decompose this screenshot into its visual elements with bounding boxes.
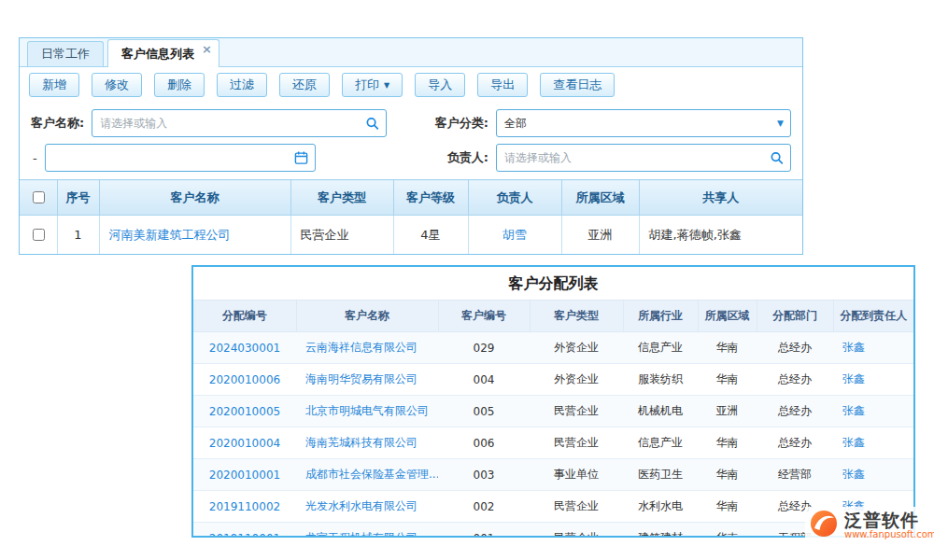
allocation-cell-link[interactable]: 成都市社会保险基金管理... [305,468,438,481]
chevron-down-icon: ▼ [384,81,389,90]
allocation-cell: 002 [438,491,530,523]
filter-row-2: - 负责人: [31,144,791,172]
cell-customer-level: 4星 [393,216,468,255]
allocation-cell-link[interactable]: 2020010001 [209,469,280,482]
logo-text-block: 泛普软件 www.fanpusoft.com [844,511,934,541]
col-header-responsible: 负责人 [468,180,561,216]
allocation-cell: 信息产业 [623,332,698,364]
allocation-cell-link[interactable]: 北京市明城电气有限公司 [305,404,429,417]
delete-button[interactable]: 删除 [154,73,205,97]
allocation-cell: 海南明华贸易有限公司 [296,364,438,396]
allocation-table-row[interactable]: 2020010005北京市明城电气有限公司005民营企业机械机电亚洲总经办张鑫 [193,396,913,427]
date-field [45,144,316,172]
export-button[interactable]: 导出 [477,73,528,97]
col-header-customer-type: 客户类型 [530,301,623,332]
edit-button[interactable]: 修改 [92,73,142,97]
allocation-cell: 光发水利水电有限公司 [296,491,438,523]
import-button[interactable]: 导入 [415,73,465,97]
fanpu-logo-icon [809,509,839,542]
allocation-cell-link[interactable]: 2019110002 [209,500,280,513]
tab-customer-info-list[interactable]: 客户信息列表 × [107,39,219,67]
allocation-cell-link[interactable]: 2020010004 [209,437,280,450]
print-button[interactable]: 打印 ▼ [342,73,403,97]
tab-bar: 日常工作 客户信息列表 × [20,38,802,67]
allocation-cell-link[interactable]: 张鑫 [842,436,865,449]
row-checkbox[interactable] [33,229,45,241]
allocation-cell: 华南 [698,332,757,364]
allocation-cell-link[interactable]: 光发水利水电有限公司 [305,499,417,512]
allocation-cell: 029 [438,332,530,364]
col-header-region: 所属区域 [561,180,639,216]
customer-category-label: 客户分类: [435,115,488,132]
category-group: 客户分类: 全部 ▼ [435,109,791,137]
customer-name-link[interactable]: 河南美新建筑工程公司 [109,228,231,242]
select-all-checkbox[interactable] [33,191,45,203]
allocation-cell: 海南芜城科技有限公司 [296,427,438,459]
allocation-cell: 建筑建材 [623,523,698,539]
allocation-cell: 成都市社会保险基金管理... [296,459,438,491]
view-log-button[interactable]: 查看日志 [540,73,615,97]
allocation-cell: 2024030001 [193,332,296,364]
allocation-cell: 民营企业 [530,523,623,539]
customer-table-row[interactable]: 1 河南美新建筑工程公司 民营企业 4星 胡雪 亚洲 胡建,蒋德帧,张鑫 [20,216,802,255]
allocation-table-row[interactable]: 2020010006海南明华贸易有限公司004外资企业服装纺织华南总经办张鑫 [193,364,913,396]
allocation-cell: 外资企业 [530,332,623,364]
allocation-cell-link[interactable]: 2020010006 [209,373,280,386]
col-header-industry: 所属行业 [623,301,698,332]
calendar-icon[interactable] [294,151,308,165]
date-input[interactable] [46,145,315,171]
col-header-customer-name: 客户名称 [296,301,438,332]
restore-button[interactable]: 还原 [279,73,330,97]
allocation-table-row[interactable]: 2020010004海南芜城科技有限公司006民营企业信息产业华南总经办张鑫 [193,427,913,459]
responsible-input[interactable] [497,145,790,171]
allocation-cell: 2020010001 [193,459,296,491]
allocation-cell-link[interactable]: 龙宇工程机械有限公司 [305,531,417,538]
allocation-cell: 事业单位 [530,459,623,491]
close-icon[interactable]: × [202,43,212,55]
allocation-table: 分配编号 客户名称 客户编号 客户类型 所属行业 所属区域 分配部门 分配到责任… [193,300,913,538]
allocation-cell-link[interactable]: 海南明华贸易有限公司 [305,372,417,385]
allocation-cell: 服装纺织 [623,364,698,396]
add-button[interactable]: 新增 [29,73,79,97]
allocation-table-row[interactable]: 2024030001云南海祥信息有限公司029外资企业信息产业华南总经办张鑫 [193,332,913,364]
allocation-cell-link[interactable]: 2020010005 [209,405,280,418]
col-header-customer-no: 客户编号 [438,301,530,332]
search-icon[interactable] [365,117,379,131]
allocation-cell: 总经办 [757,332,833,364]
cell-checkbox [20,216,57,255]
allocation-cell-link[interactable]: 2024030001 [209,342,280,355]
allocation-cell: 经营部 [757,459,833,491]
col-header-assignee: 分配到责任人 [833,301,913,332]
allocation-cell: 民营企业 [530,491,623,523]
allocation-cell: 张鑫 [833,396,913,427]
allocation-cell: 华南 [698,523,757,539]
search-icon[interactable] [770,151,784,165]
toolbar: 新增 修改 删除 过滤 还原 打印 ▼ 导入 导出 查看日志 [20,67,802,101]
chevron-down-icon: ▼ [777,119,784,128]
allocation-cell: 张鑫 [833,427,913,459]
select-all-header [20,180,57,216]
allocation-table-row[interactable]: 2020010001成都市社会保险基金管理...003事业单位医药卫生华南经营部… [193,459,913,491]
allocation-cell: 001 [438,523,530,539]
tab-daily-work[interactable]: 日常工作 [27,41,104,66]
allocation-panel-title: 客户分配列表 [193,267,913,300]
allocation-cell: 龙宇工程机械有限公司 [296,523,438,539]
allocation-cell-link[interactable]: 张鑫 [842,404,865,417]
responsible-link[interactable]: 胡雪 [502,228,527,242]
logo-url: www.fanpusoft.com [844,529,934,540]
allocation-cell: 机械机电 [623,396,698,427]
allocation-cell-link[interactable]: 海南芜城科技有限公司 [305,436,417,449]
customer-name-field [92,109,387,137]
allocation-cell-link[interactable]: 云南海祥信息有限公司 [305,341,417,354]
allocation-cell-link[interactable]: 张鑫 [842,372,865,385]
customer-table: 序号 客户名称 客户类型 客户等级 负责人 所属区域 共享人 1 河南美新建筑工… [20,179,802,254]
filter-button[interactable]: 过滤 [217,73,267,97]
customer-name-input[interactable] [92,110,386,136]
responsible-field [496,144,791,172]
allocation-cell-link[interactable]: 张鑫 [842,341,865,354]
customer-table-header-row: 序号 客户名称 客户类型 客户等级 负责人 所属区域 共享人 [20,180,802,216]
allocation-cell-link[interactable]: 2019110001 [209,532,280,539]
col-header-allocation-no: 分配编号 [193,301,296,332]
allocation-cell-link[interactable]: 张鑫 [842,468,865,481]
customer-category-select[interactable]: 全部 ▼ [496,109,791,137]
